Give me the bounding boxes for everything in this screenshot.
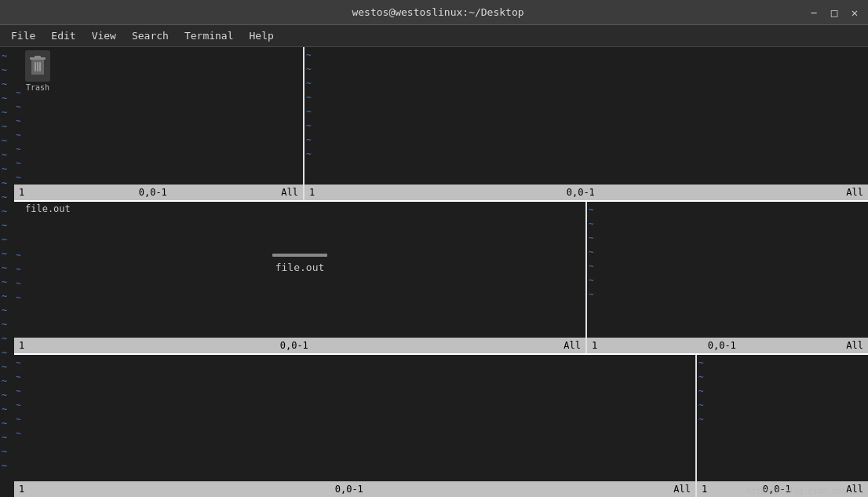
vim-pane-middle-left-content: file.out file.out ~ ~ ~ ~ (14, 202, 585, 338)
main-area: ~ ~ ~ ~ ~ ~ ~ ~ ~ ~ ~ ~ ~ ~ ~ ~ ~ ~ ~ ~ … (0, 47, 868, 497)
vim-status-line-mid-right: 1 (592, 340, 597, 351)
vim-status-top-right: 1 0,0-1 All (305, 185, 868, 200)
vim-pane-middle-right-content: ~ ~ ~ ~ ~ ~ ~ (587, 202, 868, 338)
vim-pane-middle-left[interactable]: file.out file.out ~ ~ ~ ~ 1 (14, 202, 587, 353)
trash-label: Trash (25, 83, 50, 92)
vim-status-line-bot-left: 1 (19, 484, 24, 495)
vim-pane-top-right[interactable]: ~ ~ ~ ~ ~ ~ ~ ~ 1 0,0-1 All (305, 47, 868, 200)
vim-pane-bottom-left[interactable]: ~ ~ ~ ~ ~ ~ 1 0,0-1 All (14, 355, 697, 497)
menu-file[interactable]: File (3, 28, 43, 43)
vim-row-top: Trash ~ ~ ~ ~ ~ ~ ~ (14, 47, 868, 200)
vim-status-bot-left: 1 0,0-1 All (14, 481, 695, 497)
menu-terminal[interactable]: Terminal (177, 28, 242, 43)
vim-row-middle: file.out file.out ~ ~ ~ ~ 1 (14, 200, 868, 353)
vim-tildes-top-left: ~ ~ ~ ~ ~ ~ ~ (14, 86, 21, 185)
vim-status-pos-mid-left: 0,0-1 (280, 340, 308, 351)
fileout-center-label: file.out (275, 261, 325, 273)
fileout-icon-bar (272, 254, 327, 257)
menu-bar: File Edit View Search Terminal Help (0, 25, 868, 47)
vim-status-pos-bot-left: 0,0-1 (335, 484, 363, 495)
vim-pane-middle-right[interactable]: ~ ~ ~ ~ ~ ~ ~ 1 0,0-1 All (587, 202, 868, 353)
trash-area: Trash (25, 50, 50, 92)
vim-pane-bottom-right[interactable]: ~ ~ ~ ~ ~ 1 0,0-1 All (697, 355, 868, 497)
vim-status-pos-mid-right: 0,0-1 (708, 340, 736, 351)
maximize-button[interactable]: □ (827, 6, 841, 19)
fileout-side-label: file.out (25, 203, 71, 214)
trash-icon (25, 50, 50, 82)
vim-status-pos-top-right: 0,0-1 (567, 187, 595, 198)
vim-status-scroll-top-right: All (846, 187, 863, 198)
vim-status-top-left: 1 0,0-1 All (14, 185, 303, 200)
menu-help[interactable]: Help (242, 28, 282, 43)
vim-overlay: Trash ~ ~ ~ ~ ~ ~ ~ (14, 47, 868, 497)
close-button[interactable]: ✕ (848, 6, 862, 19)
vim-status-pos-top-left: 0,0-1 (139, 187, 167, 198)
menu-view[interactable]: View (84, 28, 124, 43)
vim-pane-bottom-left-content: ~ ~ ~ ~ ~ ~ (14, 355, 695, 481)
vim-status-mid-right: 1 0,0-1 All (587, 338, 868, 353)
vim-status-scroll-bot-left: All (673, 484, 691, 495)
menu-search[interactable]: Search (124, 28, 177, 43)
menu-edit[interactable]: Edit (43, 28, 83, 43)
svg-rect-4 (37, 62, 38, 71)
title-bar: westos@westoslinux:~/Desktop − □ ✕ (0, 0, 868, 25)
svg-rect-3 (35, 62, 36, 71)
vim-status-scroll-mid-left: All (563, 340, 581, 351)
vim-tildes-bot-right: ~ ~ ~ ~ ~ (697, 356, 704, 427)
vim-pane-top-right-content: ~ ~ ~ ~ ~ ~ ~ ~ (305, 47, 868, 185)
vim-tildes-top-right: ~ ~ ~ ~ ~ ~ ~ ~ (305, 49, 312, 162)
minimize-button[interactable]: − (807, 6, 821, 19)
vim-tildes-bot-left: ~ ~ ~ ~ ~ ~ (14, 356, 21, 441)
window-title: westos@westoslinux:~/Desktop (69, 6, 807, 18)
panels-container: ☰ ‹ › ↑ 🏠 Home Desktop ⌄ 🔍 ⇅ ≡ ⊞ ⏱ (14, 47, 868, 497)
window-controls[interactable]: − □ ✕ (807, 6, 862, 19)
vim-status-line-mid-left: 1 (19, 340, 24, 351)
watermark: https://blog.csdn.net/... (746, 487, 865, 495)
vim-pane-top-left-content: Trash ~ ~ ~ ~ ~ ~ ~ (14, 47, 303, 185)
vim-pane-top-left[interactable]: Trash ~ ~ ~ ~ ~ ~ ~ (14, 47, 305, 200)
svg-rect-5 (39, 62, 41, 71)
vim-status-line-bot-right: 1 (702, 484, 707, 495)
vim-pane-bottom-right-content: ~ ~ ~ ~ ~ (697, 355, 868, 481)
vim-status-scroll-mid-right: All (846, 340, 863, 351)
vim-status-line-top-left: 1 (19, 187, 24, 198)
vim-status-scroll-top-left: All (281, 187, 298, 198)
vim-tildes-mid-right: ~ ~ ~ ~ ~ ~ ~ (587, 203, 594, 302)
vim-status-line-top-right: 1 (309, 187, 315, 198)
svg-rect-2 (35, 56, 41, 58)
vim-row-bottom: ~ ~ ~ ~ ~ ~ 1 0,0-1 All (14, 353, 868, 497)
vim-status-mid-left: 1 0,0-1 All (14, 338, 585, 353)
tilde-strip-left: ~ ~ ~ ~ ~ ~ ~ ~ ~ ~ ~ ~ ~ ~ ~ ~ ~ ~ ~ ~ … (0, 47, 14, 497)
vim-tildes-mid-left: ~ ~ ~ ~ (14, 249, 21, 305)
